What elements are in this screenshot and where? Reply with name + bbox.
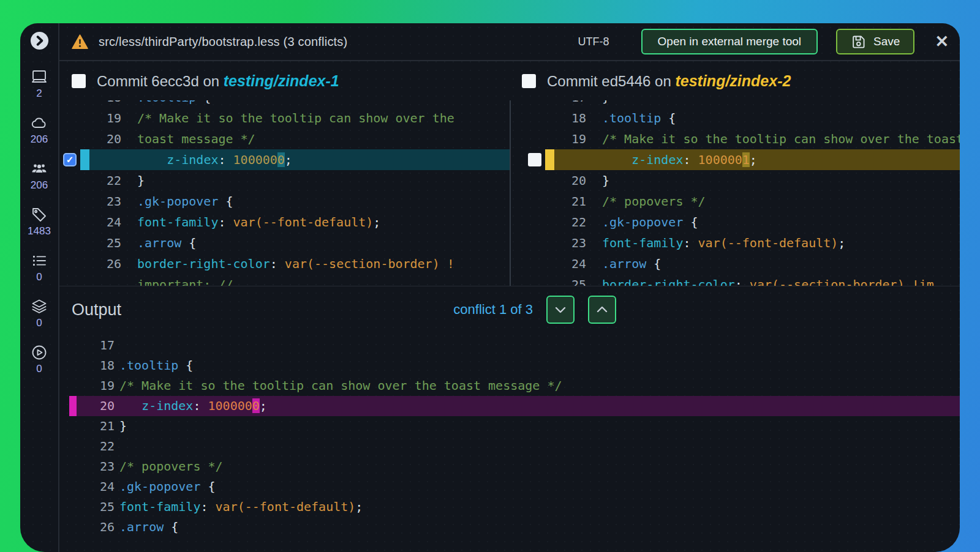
- right-commit-header: Commit ed5446 on testing/zindex-2: [510, 61, 960, 100]
- line-number: 22: [554, 212, 586, 233]
- line-number: 24: [89, 212, 121, 233]
- conflict-marker: [69, 477, 77, 497]
- line-number: 18: [554, 108, 586, 129]
- sidebar-item-layers[interactable]: 0: [28, 298, 51, 329]
- conflict-marker: [545, 129, 554, 149]
- conflict-marker: [80, 233, 89, 253]
- code-line: 18.tooltip {: [511, 108, 960, 129]
- line-checkbox[interactable]: ✓: [63, 153, 77, 166]
- conflict-marker: [80, 170, 89, 191]
- line-checkbox[interactable]: [528, 153, 541, 166]
- save-button[interactable]: Save: [836, 29, 914, 54]
- line-number: 20: [77, 396, 115, 416]
- right-commit-label: Commit ed5446 on testing/zindex-2: [547, 72, 791, 90]
- monitor-icon: [31, 69, 48, 86]
- sidebar-count: 2: [36, 88, 42, 100]
- open-external-merge-tool-button[interactable]: Open in external merge tool: [641, 29, 818, 54]
- line-number: 17: [554, 100, 586, 108]
- code-line: 19/* Make it so the tooltip can show ove…: [511, 129, 960, 149]
- list-icon: [31, 252, 48, 269]
- output-code-line: 19/* Make it so the tooltip can show ove…: [59, 376, 960, 396]
- output-code-line: 21}: [59, 416, 960, 436]
- line-number: 26: [89, 253, 121, 274]
- conflict-marker: [69, 396, 77, 416]
- left-commit-pane: Commit 6ecc3d on testing/zindex-1 18.too…: [59, 61, 510, 286]
- play-icon: [31, 344, 48, 361]
- line-number: 23: [77, 457, 115, 477]
- sidebar-item-play[interactable]: 0: [28, 344, 51, 375]
- next-conflict-button[interactable]: [546, 296, 575, 324]
- conflict-marker: [545, 212, 554, 233]
- code-line: 22}: [59, 170, 510, 191]
- output-code-line: 18.tooltip {: [59, 356, 960, 376]
- line-number: 23: [554, 233, 586, 253]
- conflict-marker: [545, 274, 554, 286]
- conflict-marker: [545, 191, 554, 212]
- conflict-counter: conflict 1 of 3: [453, 302, 533, 318]
- conflict-marker: [545, 253, 554, 274]
- line-number: 18: [89, 100, 121, 108]
- team-icon: [31, 160, 48, 177]
- right-commit-pane: Commit ed5446 on testing/zindex-2 17}18.…: [510, 61, 960, 286]
- line-number: 23: [89, 191, 121, 212]
- output-code-line: 25font-family: var(--font-default);: [59, 497, 960, 517]
- conflict-marker: [80, 191, 89, 212]
- sidebar-count: 206: [31, 179, 48, 192]
- left-branch-name: testing/zindex-1: [224, 72, 339, 89]
- expand-chevron-icon[interactable]: [30, 31, 49, 50]
- line-number: 21: [554, 191, 586, 212]
- code-line: 24font-family: var(--font-default);: [59, 212, 510, 233]
- layers-icon: [31, 298, 48, 315]
- output-code-line: 23/* popovers */: [59, 457, 960, 477]
- line-number: [89, 274, 121, 286]
- line-number: [554, 149, 586, 170]
- output-title: Output: [72, 300, 121, 319]
- line-number: 24: [77, 477, 115, 497]
- sidebar-count: 0: [36, 317, 42, 329]
- output-header: Output conflict 1 of 3: [59, 286, 960, 330]
- code-line: 25.arrow {: [59, 233, 510, 253]
- conflict-marker: [80, 129, 89, 149]
- output-code-line: 24.gk-popover {: [59, 477, 960, 497]
- left-sidebar: 22062061483000: [20, 23, 59, 552]
- line-number: 18: [77, 356, 115, 376]
- conflict-marker: [69, 376, 77, 396]
- left-commit-label: Commit 6ecc3d on testing/zindex-1: [97, 72, 339, 90]
- sidebar-item-cloud[interactable]: 206: [28, 114, 51, 146]
- code-line: 24.arrow {: [511, 253, 960, 274]
- right-commit-checkbox[interactable]: [522, 74, 536, 88]
- right-branch-name: testing/zindex-2: [675, 72, 791, 89]
- conflict-marker: [69, 457, 77, 477]
- left-commit-checkbox[interactable]: [72, 74, 86, 88]
- sidebar-count: 0: [36, 271, 42, 283]
- sidebar-item-list[interactable]: 0: [28, 252, 51, 283]
- output-code-line: 20 z-index: 1000000;: [59, 396, 960, 416]
- line-number: [89, 149, 121, 170]
- right-code-view: 17}18.tooltip {19/* Make it so the toolt…: [510, 100, 960, 286]
- code-line: 20}: [511, 170, 960, 191]
- conflict-marker: [80, 212, 89, 233]
- output-code-line: 22: [59, 436, 960, 457]
- line-number: 25: [89, 233, 121, 253]
- sidebar-count: 0: [36, 363, 42, 375]
- sidebar-item-tag[interactable]: 1483: [28, 206, 51, 237]
- sidebar-item-monitor[interactable]: 2: [28, 69, 51, 100]
- conflict-marker: [80, 100, 89, 108]
- chevron-up-icon: [595, 302, 609, 317]
- conflict-marker: [69, 436, 77, 457]
- line-number: 25: [77, 497, 115, 517]
- conflict-marker: [80, 253, 89, 274]
- conflict-marker: [69, 335, 77, 356]
- close-icon[interactable]: ✕: [935, 34, 949, 50]
- previous-conflict-button[interactable]: [588, 296, 616, 324]
- conflict-marker: [69, 517, 77, 537]
- code-line: 18.tooltip {: [59, 100, 510, 108]
- code-line: 25border-right-color: var(--section-bord…: [511, 274, 960, 286]
- output-section: Output conflict 1 of 3 1718.tooltip {19/…: [59, 286, 960, 552]
- output-code-view: 1718.tooltip {19/* Make it so the toolti…: [59, 330, 960, 552]
- code-line: 23font-family: var(--font-default);: [511, 233, 960, 253]
- code-line: 23.gk-popover {: [59, 191, 510, 212]
- code-line: 26border-right-color: var(--section-bord…: [59, 253, 510, 274]
- line-number: 26: [77, 517, 115, 537]
- sidebar-item-team[interactable]: 206: [28, 160, 51, 192]
